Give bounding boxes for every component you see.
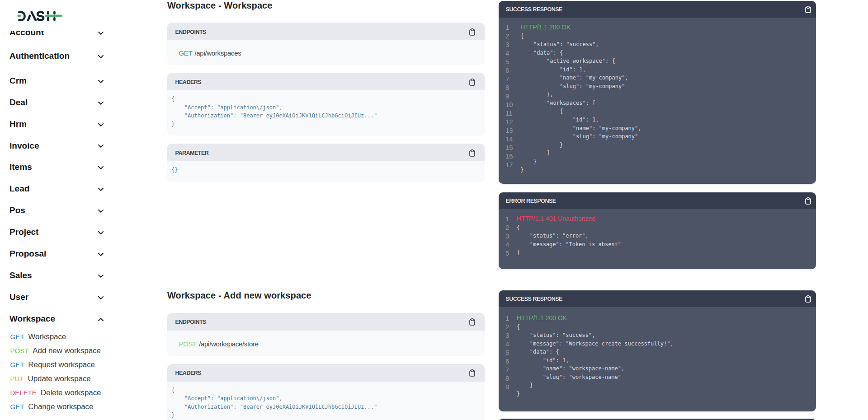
dash-logo-icon	[17, 11, 62, 21]
sidebar-item-lead[interactable]: Lead	[0, 178, 140, 200]
sidebar-subitem[interactable]: GETChange workspace	[0, 400, 140, 414]
chevron-down-icon	[98, 32, 104, 35]
line-numbers: 1 2 3 4 5 6 7 8 9	[505, 314, 509, 391]
sidebar-item-authentication[interactable]: Authentication	[0, 45, 140, 67]
section-title: Workspace - Workspace	[167, 0, 485, 12]
response-card-body: 1 2 3 4 5 HTTP/1.1 401 Unauthorized { "s…	[499, 209, 816, 257]
endpoints-card: ENDPOINTS GET/api/workspaces	[167, 23, 485, 64]
chevron-down-icon	[98, 166, 104, 169]
copy-button[interactable]	[469, 149, 475, 157]
success-response-card: SUCCESS RESPONSE 1 2 3 4 5 6 7 8 9 10 11…	[499, 1, 816, 184]
method-label: GET	[10, 403, 24, 411]
sidebar-submenu: GETWorkspacePOSTAdd new workspaceGETRequ…	[0, 330, 140, 414]
logo[interactable]	[0, 0, 140, 31]
sidebar-subitem-label: Change workspace	[28, 402, 93, 411]
sidebar-item-label: Project	[9, 227, 38, 237]
sidebar-item-label: Items	[9, 162, 32, 172]
sidebar-item-workspace[interactable]: Workspace	[0, 308, 140, 330]
sidebar-item-label: Workspace	[9, 314, 55, 324]
clipboard-icon	[469, 318, 475, 326]
sidebar-item-proposal[interactable]: Proposal	[0, 243, 140, 265]
sidebar-item-label: Deal	[9, 98, 28, 107]
response-card-body: 1 2 3 4 5 6 7 8 9 10 11 12 13 14 15 16 1…	[499, 18, 816, 174]
sidebar-subitem-label: Workspace	[28, 332, 66, 341]
sidebar-item-crm[interactable]: Crm	[0, 70, 140, 92]
copy-button[interactable]	[469, 79, 475, 86]
copy-button[interactable]	[805, 6, 811, 13]
sidebar-item-label: Sales	[9, 271, 32, 280]
error-response-card: ERROR RESPONSE 1 2 3 4 5 HTTP/1.1 401 Un…	[499, 192, 816, 269]
sidebar-item-invoice[interactable]: Invoice	[0, 135, 140, 157]
card-header: PARAMETER	[167, 144, 485, 161]
headers-card: HEADERS { "Accept": "application\/json",…	[167, 73, 485, 135]
main-content: Workspace - WorkspaceENDPOINTS GET/api/w…	[160, 0, 823, 420]
headers-card: HEADERS { "Accept": "application\/json",…	[167, 364, 485, 420]
sidebar-item-items[interactable]: Items	[0, 157, 140, 178]
sidebar-item-label: Pos	[9, 205, 25, 215]
doc-section: Workspace - WorkspaceENDPOINTS GET/api/w…	[160, 0, 823, 283]
chevron-down-icon	[98, 80, 104, 83]
chevron-down-icon	[98, 188, 104, 191]
response-card-header: ERROR RESPONSE	[499, 192, 816, 209]
status-line: HTTP/1.1 200 OK	[520, 23, 571, 31]
sidebar-subitem-label: Request workspace	[28, 360, 95, 369]
chevron-down-icon	[98, 296, 104, 299]
clipboard-icon	[469, 28, 475, 36]
chevron-down-icon	[98, 123, 104, 126]
response-card-title: ERROR RESPONSE	[506, 198, 556, 204]
sidebar-item-label: Proposal	[9, 249, 46, 259]
clipboard-icon	[805, 197, 811, 205]
sidebar-item-user[interactable]: User	[0, 286, 140, 308]
sidebar-item-label: Invoice	[9, 141, 39, 151]
sidebar-item-sales[interactable]: Sales	[0, 265, 140, 286]
response-card-header: SUCCESS RESPONSE	[499, 290, 816, 307]
endpoint-method: POST	[179, 340, 197, 348]
line-numbers: 1 2 3 4 5	[505, 215, 509, 257]
right-column: SUCCESS RESPONSE 1 2 3 4 5 6 7 8 9 10 11…	[499, 0, 816, 269]
response-code-block: HTTP/1.1 200 OK { "status": "success", "…	[517, 314, 674, 398]
card-header: ENDPOINTS	[167, 23, 485, 40]
copy-button[interactable]	[469, 28, 475, 36]
sidebar-item-label: User	[9, 292, 28, 302]
card-header: HEADERS	[167, 73, 485, 90]
card-title: HEADERS	[175, 79, 202, 85]
code-block: {}	[171, 166, 478, 174]
left-column: Workspace - WorkspaceENDPOINTS GET/api/w…	[167, 0, 485, 269]
line-numbers: 1 2 3 4 5 6 7 8 9 10 11 12 13 14 15 16 1…	[505, 23, 513, 169]
sidebar-item-deal[interactable]: Deal	[0, 92, 140, 113]
card-body: { "Accept": "application\/json", "Author…	[167, 90, 485, 135]
chevron-down-icon	[98, 275, 104, 278]
response-code-block: HTTP/1.1 200 OK { "status": "success", "…	[520, 23, 641, 174]
sidebar-item-pos[interactable]: Pos	[0, 200, 140, 221]
card-header: ENDPOINTS	[167, 313, 485, 331]
copy-button[interactable]	[469, 369, 475, 377]
clipboard-icon	[469, 79, 475, 86]
sidebar-menu: Account Authentication Crm Deal Hrm Invo…	[0, 0, 140, 414]
parameter-card: PARAMETER {}	[167, 144, 485, 181]
sidebar-item-label: Authentication	[9, 51, 70, 61]
endpoint-path: /api/workspace/store	[199, 340, 259, 348]
card-title: HEADERS	[175, 370, 202, 376]
response-card-title: SUCCESS RESPONSE	[506, 6, 562, 13]
method-label: GET	[10, 333, 24, 341]
copy-button[interactable]	[805, 197, 811, 205]
response-card-body: 1 2 3 4 5 6 7 8 9 HTTP/1.1 200 OK { "sta…	[499, 307, 816, 398]
success-response-card: SUCCESS RESPONSE 1 2 3 4 5 6 7 8 9 HTTP/…	[499, 290, 816, 411]
card-title: PARAMETER	[175, 150, 209, 156]
response-code-block: HTTP/1.1 401 Unauthorized { "status": "e…	[517, 215, 621, 257]
sidebar-subitem[interactable]: GETRequest workspace	[0, 358, 140, 372]
sidebar: Account Authentication Crm Deal Hrm Invo…	[0, 0, 140, 420]
card-body: { "Accept": "application\/json", "Author…	[167, 382, 485, 420]
copy-button[interactable]	[805, 295, 811, 303]
sidebar-subitem[interactable]: POSTAdd new workspace	[0, 344, 140, 358]
copy-button[interactable]	[469, 318, 475, 326]
sidebar-item-hrm[interactable]: Hrm	[0, 113, 140, 135]
endpoint-method: GET	[179, 49, 193, 57]
sidebar-item-label: Crm	[9, 76, 27, 86]
sidebar-subitem[interactable]: DELETEDelete workspace	[0, 386, 140, 400]
chevron-down-icon	[98, 253, 104, 256]
sidebar-item-project[interactable]: Project	[0, 221, 140, 243]
sidebar-subitem[interactable]: GETWorkspace	[0, 330, 140, 344]
sidebar-subitem[interactable]: PUTUpdate workspace	[0, 372, 140, 386]
status-line: HTTP/1.1 200 OK	[517, 314, 567, 322]
